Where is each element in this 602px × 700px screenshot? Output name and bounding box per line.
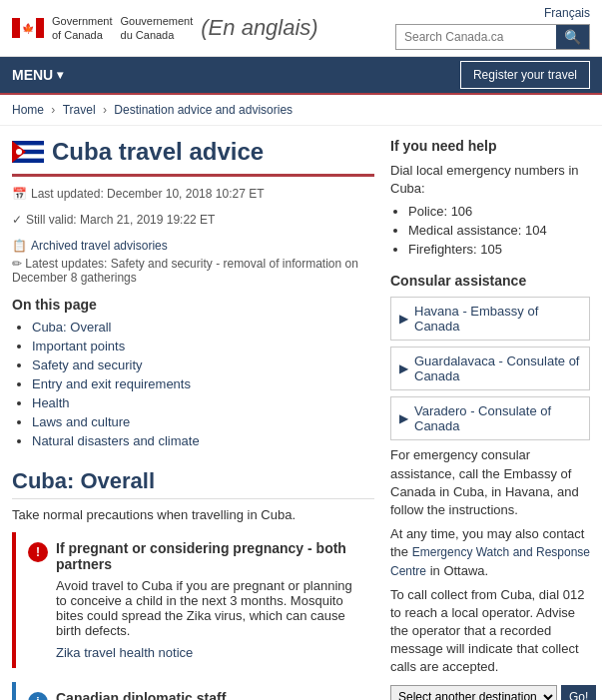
- svg-point-4: [16, 149, 22, 155]
- gov-en-line1: Government: [52, 14, 113, 28]
- toc-link-safety[interactable]: Safety and security: [32, 357, 143, 372]
- latest-update: ✏ Latest updates: Safety and security - …: [12, 257, 374, 285]
- pregnancy-alert: ! If pregnant or considering pregnancy -…: [12, 532, 374, 668]
- toc-item: Safety and security: [32, 356, 374, 372]
- help-title: If you need help: [390, 138, 590, 154]
- calendar-icon: 📅: [12, 187, 27, 201]
- zika-notice-link[interactable]: Zika travel health notice: [56, 645, 193, 660]
- breadcrumb-travel[interactable]: Travel: [63, 103, 96, 117]
- toc-item: Health: [32, 394, 374, 410]
- toc-item: Important points: [32, 338, 374, 353]
- destination-selector: Select another destination Go!: [390, 685, 590, 700]
- breadcrumb: Home › Travel › Destination advice and a…: [0, 95, 602, 126]
- emergency-fire: Firefighters: 105: [408, 242, 590, 257]
- menu-button[interactable]: MENU: [12, 57, 63, 93]
- destination-go-button[interactable]: Go!: [561, 685, 596, 700]
- main-content: Cuba travel advice 📅 Last updated: Decem…: [0, 126, 602, 700]
- destination-dropdown[interactable]: Select another destination: [390, 685, 557, 700]
- gov-fr-text: Gouvernement du Canada: [121, 14, 194, 43]
- info-title: Canadian diplomatic staff: [56, 690, 366, 700]
- toc-item: Entry and exit requirements: [32, 375, 374, 391]
- toc-item: Natural disasters and climate: [32, 432, 374, 448]
- consular-item-guardalavaca[interactable]: ▶ Guardalavaca - Consulate of Canada: [390, 347, 590, 390]
- info-content: Canadian diplomatic staff Statement on t…: [56, 690, 366, 700]
- gov-fr-line1: Gouvernement: [121, 14, 194, 28]
- page-header: Cuba travel advice: [12, 138, 374, 177]
- toc-list: Cuba: Overall Important points Safety an…: [12, 319, 374, 448]
- check-icon: ✓: [12, 213, 22, 227]
- archive-icon: 📋: [12, 239, 27, 253]
- overall-subtitle: Take normal precautions when travelling …: [12, 507, 374, 522]
- main-column: Cuba travel advice 📅 Last updated: Decem…: [12, 138, 374, 700]
- government-logo: 🍁 Government of Canada Gouvernement du C…: [12, 14, 318, 43]
- guardalavaca-consulate-link[interactable]: Guardalavaca - Consulate of Canada: [414, 353, 581, 383]
- alert-text: Avoid travel to Cuba if you are pregnant…: [56, 578, 366, 638]
- consular-text-2: At any time, you may also contact the Em…: [390, 525, 590, 580]
- expand-icon-havana: ▶: [399, 312, 408, 326]
- emergency-medical: Medical assistance: 104: [408, 223, 590, 238]
- consular-text-4: To call collect from Cuba, dial 012 to r…: [390, 586, 590, 677]
- search-bar: 🔍: [395, 24, 590, 50]
- emergency-list: Police: 106 Medical assistance: 104 Fire…: [390, 204, 590, 257]
- archived-link-container: 📋 Archived travel advisories: [12, 239, 168, 253]
- consular-item-varadero[interactable]: ▶ Varadero - Consulate of Canada: [390, 396, 590, 440]
- ewrc-link[interactable]: Emergency Watch and Response Centre: [390, 545, 590, 577]
- expand-icon-varadero: ▶: [399, 411, 408, 425]
- breadcrumb-separator-2: ›: [103, 103, 110, 117]
- page-title: Cuba travel advice: [52, 138, 264, 166]
- toc-link-natural[interactable]: Natural disasters and climate: [32, 433, 200, 448]
- language-toggle[interactable]: Français: [544, 6, 590, 20]
- edit-icon: ✏: [12, 257, 22, 271]
- alert-icon: !: [28, 542, 48, 562]
- help-text: Dial local emergency numbers in Cuba:: [390, 162, 590, 198]
- archived-advisories-link[interactable]: Archived travel advisories: [31, 239, 168, 253]
- info-icon: i: [28, 692, 48, 700]
- consular-item-havana[interactable]: ▶ Havana - Embassy of Canada: [390, 297, 590, 341]
- varadero-consulate-link[interactable]: Varadero - Consulate of Canada: [414, 403, 581, 433]
- breadcrumb-separator-1: ›: [51, 103, 58, 117]
- canada-flag: 🍁: [12, 18, 44, 38]
- header-right: Français 🔍: [395, 6, 590, 50]
- table-of-contents: On this page Cuba: Overall Important poi…: [12, 297, 374, 448]
- top-header: 🍁 Government of Canada Gouvernement du C…: [0, 0, 602, 95]
- toc-link-important[interactable]: Important points: [32, 339, 125, 353]
- toc-item: Cuba: Overall: [32, 319, 374, 335]
- still-valid: ✓ Still valid: March 21, 2019 19:22 ET: [12, 213, 215, 227]
- alert-title: If pregnant or considering pregnancy - b…: [56, 540, 366, 572]
- site-title: (En anglais): [201, 15, 317, 41]
- breadcrumb-home[interactable]: Home: [12, 103, 44, 117]
- expand-icon-guardalavaca: ▶: [399, 361, 408, 375]
- gov-text: Government of Canada: [52, 14, 113, 43]
- consular-title: Consular assistance: [390, 273, 590, 289]
- last-updated: 📅 Last updated: December 10, 2018 10:27 …: [12, 187, 265, 201]
- havana-embassy-link[interactable]: Havana - Embassy of Canada: [414, 304, 581, 334]
- emergency-police: Police: 106: [408, 204, 590, 219]
- consular-text-1: For emergency consular assistance, call …: [390, 446, 590, 519]
- meta-info: 📅 Last updated: December 10, 2018 10:27 …: [12, 187, 374, 253]
- alert-content: If pregnant or considering pregnancy - b…: [56, 540, 366, 660]
- search-button[interactable]: 🔍: [556, 25, 589, 49]
- diplomatic-staff-info: i Canadian diplomatic staff Statement on…: [12, 682, 374, 700]
- emergency-section: If you need help Dial local emergency nu…: [390, 138, 590, 257]
- toc-link-laws[interactable]: Laws and culture: [32, 414, 130, 429]
- cuba-flag-icon: [12, 141, 44, 163]
- toc-link-entry[interactable]: Entry and exit requirements: [32, 376, 191, 391]
- breadcrumb-current[interactable]: Destination advice and advisories: [114, 103, 293, 117]
- consular-section: Consular assistance ▶ Havana - Embassy o…: [390, 273, 590, 700]
- nav-bar: MENU Register your travel: [0, 57, 602, 93]
- toc-item: Laws and culture: [32, 413, 374, 429]
- gov-en-line2: of Canada: [52, 28, 113, 42]
- gov-fr-line2: du Canada: [121, 28, 194, 42]
- register-travel-button[interactable]: Register your travel: [460, 61, 590, 89]
- toc-link-overall[interactable]: Cuba: Overall: [32, 320, 111, 335]
- overall-section-title: Cuba: Overall: [12, 468, 374, 499]
- toc-link-health[interactable]: Health: [32, 395, 70, 410]
- sidebar: If you need help Dial local emergency nu…: [390, 138, 590, 700]
- search-input[interactable]: [396, 25, 556, 49]
- toc-heading: On this page: [12, 297, 374, 313]
